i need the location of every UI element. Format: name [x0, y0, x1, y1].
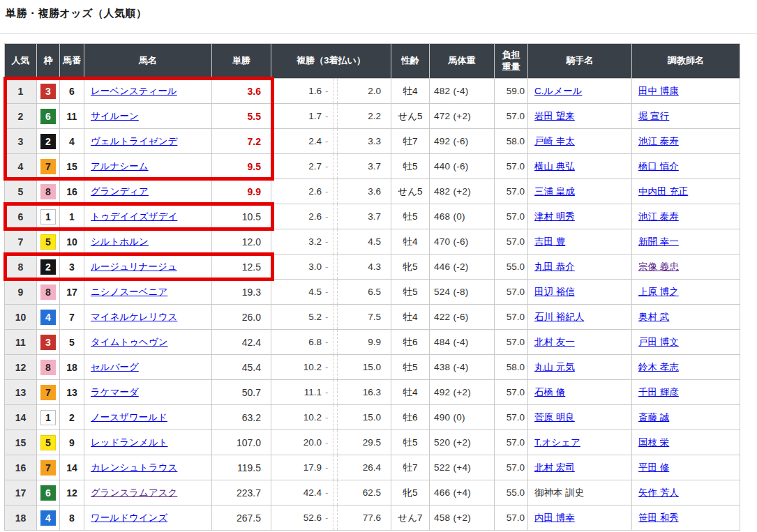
- jockey-link[interactable]: 丸山 元気: [534, 362, 575, 372]
- horse-name-link[interactable]: タイムトゥヘヴン: [91, 337, 168, 347]
- horse-name-link[interactable]: トゥデイイズザデイ: [91, 211, 177, 222]
- horse-weight-cell: 492 (+2): [430, 380, 495, 405]
- sex-age-cell: 牡5: [391, 204, 430, 229]
- waku-badge: 7: [40, 460, 56, 476]
- horse-number-cell: 16: [60, 179, 84, 204]
- jockey-link[interactable]: 三浦 皇成: [534, 186, 575, 197]
- jockey-link[interactable]: 戸崎 圭太: [534, 136, 575, 146]
- header-rank: 人気: [5, 44, 37, 79]
- horse-name-link[interactable]: ノースザワールド: [91, 412, 167, 423]
- horse-name-link[interactable]: サイルーン: [91, 111, 139, 121]
- jockey-link[interactable]: 北村 宏司: [534, 462, 575, 473]
- trainer-cell: 平田 修: [632, 455, 740, 480]
- jockey-link[interactable]: 吉田 豊: [534, 236, 565, 247]
- trainer-cell: 田中 博康: [632, 79, 740, 104]
- waku-cell: 6: [37, 480, 60, 506]
- win-odds-cell: 7.2: [212, 129, 271, 154]
- header-sex-age: 性齢: [391, 44, 430, 79]
- jockey-link[interactable]: 丸田 恭介: [534, 261, 575, 272]
- jockey-link[interactable]: 内田 博幸: [534, 512, 575, 523]
- trainer-link[interactable]: 堀 宣行: [638, 111, 669, 121]
- waku-cell: 7: [37, 455, 60, 480]
- place-odds-high: 3.7: [338, 211, 391, 222]
- trainer-link[interactable]: 池江 泰寿: [638, 136, 679, 146]
- horse-name-link[interactable]: アルナシーム: [91, 161, 149, 172]
- jockey-link[interactable]: 菅原 明良: [534, 412, 575, 423]
- horse-name-link[interactable]: ヴェルトライゼンデ: [91, 136, 177, 146]
- waku-badge: 8: [40, 184, 56, 199]
- place-odds-range: 1.6 - 2.0: [271, 79, 391, 103]
- rank-cell: 2: [5, 104, 37, 129]
- rank-cell: 1: [5, 79, 37, 104]
- jockey-link[interactable]: 北村 友一: [534, 337, 575, 347]
- horse-name-link[interactable]: グランスラムアスク: [91, 487, 177, 498]
- table-row: 3 2 4 ヴェルトライゼンデ 7.2 2.4 - 3.3 牡7 492 (-6…: [5, 129, 740, 154]
- horse-weight-cell: 482 (+2): [430, 179, 495, 204]
- place-odds-cell: 1.7 - 2.2: [271, 104, 391, 129]
- horse-name-cell: ヴェルトライゼンデ: [84, 129, 212, 154]
- place-odds-range: 5.2 - 7.5: [271, 305, 391, 329]
- waku-cell: 1: [37, 405, 60, 430]
- place-odds-low: 17.9: [271, 462, 322, 473]
- place-odds-dash: -: [325, 512, 329, 523]
- horse-name-link[interactable]: セルバーグ: [91, 362, 139, 372]
- trainer-link[interactable]: 新開 幸一: [638, 236, 679, 247]
- rank-cell: 17: [5, 480, 37, 506]
- trainer-link[interactable]: 池江 泰寿: [638, 211, 679, 222]
- waku-cell: 2: [37, 129, 60, 154]
- jockey-link[interactable]: C.ルメール: [534, 86, 582, 96]
- sex-age-cell: 牡4: [391, 305, 430, 330]
- jockey-link[interactable]: 石川 裕紀人: [534, 312, 584, 322]
- horse-name-link[interactable]: ニシノスーベニア: [91, 287, 167, 297]
- jockey-link[interactable]: 石橋 脩: [534, 387, 565, 397]
- horse-name-link[interactable]: ワールドウインズ: [91, 512, 167, 523]
- trainer-cell: 中内田 充正: [632, 179, 740, 204]
- horse-name-link[interactable]: マイネルケレリウス: [91, 312, 177, 322]
- jockey-link[interactable]: 横山 典弘: [534, 161, 575, 172]
- trainer-link[interactable]: 奥村 武: [638, 312, 669, 322]
- jockey-cell: 戸崎 圭太: [528, 129, 632, 154]
- trainer-link[interactable]: 鈴木 孝志: [638, 362, 679, 372]
- horse-name-link[interactable]: グランディア: [91, 186, 149, 197]
- place-odds-high: 4.3: [338, 261, 391, 272]
- trainer-link[interactable]: 笹田 和秀: [638, 512, 679, 523]
- jockey-link[interactable]: 岩田 望来: [534, 111, 575, 121]
- trainer-link[interactable]: 千田 輝彦: [638, 387, 679, 397]
- horse-name-link[interactable]: ルージュリナージュ: [91, 261, 177, 272]
- win-odds-cell: 3.6: [212, 79, 271, 104]
- waku-cell: 8: [37, 179, 60, 204]
- jockey-cell: 岩田 望来: [528, 104, 632, 129]
- horse-name-link[interactable]: ラケマーダ: [91, 387, 139, 397]
- horse-name-link[interactable]: レーベンスティール: [91, 86, 177, 96]
- place-odds-high: 26.4: [338, 462, 391, 473]
- trainer-link[interactable]: 宗像 義忠: [638, 261, 679, 272]
- jockey-link[interactable]: 田辺 裕信: [534, 287, 575, 297]
- horse-name-link[interactable]: シルトホルン: [91, 236, 149, 247]
- trainer-link[interactable]: 斎藤 誠: [638, 412, 669, 423]
- horse-name-link[interactable]: カレンシュトラウス: [91, 462, 177, 473]
- horse-number-cell: 13: [60, 380, 84, 405]
- place-odds-dash: -: [325, 437, 329, 448]
- trainer-link[interactable]: 田中 博康: [638, 86, 679, 96]
- place-odds-high: 77.6: [338, 512, 391, 523]
- jockey-link[interactable]: 津村 明秀: [534, 211, 575, 222]
- trainer-link[interactable]: 上原 博之: [638, 287, 679, 297]
- table-row: 5 8 16 グランディア 9.9 2.6 - 3.6 せん5 482 (+2)…: [5, 179, 740, 204]
- trainer-link[interactable]: 平田 修: [638, 462, 669, 473]
- horse-weight-cell: 446 (-2): [430, 254, 495, 280]
- trainer-link[interactable]: 戸田 博文: [638, 337, 679, 347]
- horse-number-cell: 2: [60, 405, 84, 430]
- trainer-cell: 国枝 栄: [632, 430, 740, 455]
- horse-name-link[interactable]: レッドランメルト: [91, 437, 168, 448]
- table-row: 14 1 2 ノースザワールド 63.2 10.2 - 15.0 牡6 490 …: [5, 405, 740, 430]
- trainer-link[interactable]: 橋口 慎介: [638, 161, 679, 172]
- horse-number-cell: 12: [60, 480, 84, 506]
- waku-badge: 6: [40, 109, 56, 124]
- trainer-link[interactable]: 中内田 充正: [638, 186, 688, 197]
- waku-cell: 5: [37, 430, 60, 455]
- header-horse-name: 馬名: [84, 44, 212, 79]
- trainer-link[interactable]: 国枝 栄: [638, 437, 669, 448]
- place-odds-cell: 52.6 - 77.6: [271, 506, 391, 531]
- jockey-link[interactable]: T.オシェア: [534, 437, 580, 448]
- trainer-link[interactable]: 矢作 芳人: [638, 487, 679, 498]
